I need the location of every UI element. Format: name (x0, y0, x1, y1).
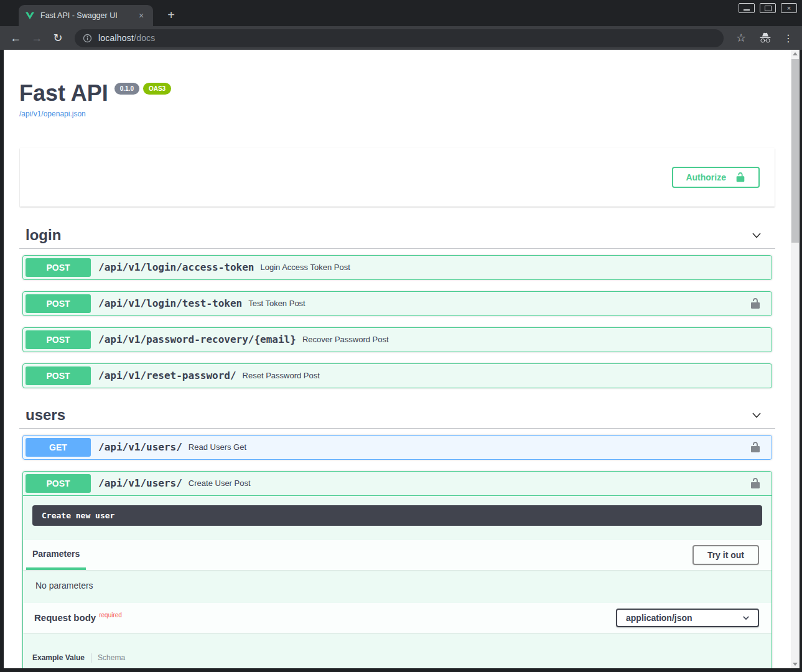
section-header-login[interactable]: login (19, 222, 775, 249)
operation-path: /api/v1/users/ (98, 477, 182, 489)
operation-summary-row[interactable]: POST /api/v1/reset-password/ Reset Passw… (23, 364, 772, 388)
window-close-icon: × (787, 5, 791, 12)
model-example: Example Value Schema { (23, 633, 772, 668)
operation-summary-row[interactable]: POST /api/v1/login/access-token Login Ac… (23, 256, 772, 279)
address-bar[interactable]: localhost/docs (75, 29, 724, 47)
operation-summary-row[interactable]: POST /api/v1/users/ Create User Post (23, 472, 772, 496)
operation-path: /api/v1/login/access-token (98, 261, 254, 273)
method-badge: POST (26, 294, 91, 313)
browser-window: Fast API - Swagger UI × + × ← → ↻ localh… (0, 0, 802, 672)
scroll-down-icon[interactable] (793, 663, 798, 666)
scrollbar-thumb[interactable] (791, 59, 799, 243)
unlock-icon[interactable] (749, 477, 762, 490)
unlock-icon[interactable] (749, 441, 762, 454)
select-chevron-down-icon (742, 614, 750, 622)
openapi-spec-link[interactable]: /api/v1/openapi.json (19, 110, 86, 118)
method-badge: POST (26, 474, 91, 493)
url-text: localhost/docs (98, 33, 156, 43)
tab-parameters[interactable]: Parameters (26, 540, 86, 570)
oas3-badge: OAS3 (143, 83, 171, 95)
operation-summary: Create User Post (189, 478, 749, 488)
toolbar-actions: ☆ ⋮ (732, 31, 796, 45)
request-body-header: Request bodyrequired application/json (23, 603, 772, 633)
new-tab-button[interactable]: + (163, 7, 179, 23)
unlock-icon[interactable] (749, 297, 762, 310)
info-icon[interactable] (83, 34, 92, 43)
chevron-down-icon[interactable] (750, 409, 763, 421)
operation-path: /api/v1/login/test-token (98, 297, 242, 309)
authorize-button[interactable]: Authorize (672, 167, 760, 188)
operation-path: /api/v1/password-recovery/{email} (98, 334, 296, 345)
url-path: /docs (134, 33, 155, 43)
operation-row: POST /api/v1/reset-password/ Reset Passw… (22, 363, 772, 388)
close-button[interactable]: × (781, 3, 797, 13)
tab-schema[interactable]: Schema (98, 653, 125, 662)
section-header-users[interactable]: users (19, 402, 775, 429)
browser-toolbar: ← → ↻ localhost/docs ☆ ⋮ (0, 26, 802, 50)
media-type-select[interactable]: application/json (616, 609, 759, 627)
tab-title: Fast API - Swagger UI (40, 11, 130, 20)
version-badge: 0.1.0 (114, 83, 139, 95)
operation-summary-row[interactable]: POST /api/v1/login/test-token Test Token… (23, 292, 772, 315)
operation-row: POST /api/v1/login/test-token Test Token… (22, 291, 772, 316)
content-area: Fast API 0.1.0 OAS3 /api/v1/openapi.json… (0, 50, 802, 672)
titlebar: Fast API - Swagger UI × + × (0, 0, 802, 26)
url-host: localhost (98, 33, 134, 43)
operation-row-expanded: POST /api/v1/users/ Create User Post Cre… (22, 471, 772, 668)
section-title: login (26, 226, 61, 244)
operation-summary: Test Token Post (248, 299, 749, 308)
method-badge: POST (26, 258, 91, 277)
swagger-favicon-icon (25, 11, 35, 21)
bookmark-star-icon[interactable]: ☆ (732, 31, 750, 45)
authorize-label: Authorize (686, 172, 726, 182)
unlock-icon (735, 172, 746, 183)
scheme-container: Authorize (20, 148, 775, 207)
scroll-up-icon[interactable] (793, 52, 798, 55)
scrollbar[interactable] (791, 50, 800, 668)
method-badge: POST (26, 330, 91, 349)
request-body-label: Request bodyrequired (34, 612, 122, 623)
required-label: required (99, 612, 122, 618)
try-it-out-button[interactable]: Try it out (692, 545, 759, 565)
operation-summary-row[interactable]: GET /api/v1/users/ Read Users Get (23, 436, 772, 459)
operation-row: POST /api/v1/password-recovery/{email} R… (22, 327, 772, 352)
back-icon[interactable]: ← (6, 29, 25, 47)
method-badge: GET (26, 438, 91, 457)
window-controls: × (739, 3, 797, 13)
chevron-down-icon[interactable] (750, 229, 763, 241)
section-users: users GET /api/v1/users/ Read Users Get (19, 402, 775, 668)
tab-separator (91, 653, 91, 663)
tab-close-icon[interactable]: × (136, 10, 147, 21)
forward-icon[interactable]: → (27, 29, 46, 47)
method-badge: POST (26, 366, 91, 385)
tab-example-value[interactable]: Example Value (32, 653, 85, 662)
section-title: users (26, 406, 65, 424)
parameters-header: Parameters Try it out (23, 540, 772, 570)
operation-summary: Login Access Token Post (260, 263, 769, 272)
minimize-button[interactable] (739, 3, 755, 13)
swagger-page: Fast API 0.1.0 OAS3 /api/v1/openapi.json… (4, 50, 791, 668)
example-tabs: Example Value Schema (32, 653, 762, 663)
page-title: Fast API 0.1.0 OAS3 (19, 81, 775, 106)
api-title-text: Fast API (19, 81, 108, 106)
operation-row: POST /api/v1/login/access-token Login Ac… (22, 255, 772, 280)
operation-description: Create new user (32, 505, 762, 526)
maximize-button[interactable] (760, 3, 776, 13)
operation-row: GET /api/v1/users/ Read Users Get (22, 435, 772, 460)
incognito-icon (756, 32, 775, 44)
operation-summary: Reset Password Post (243, 371, 769, 380)
operation-path: /api/v1/reset-password/ (98, 370, 236, 381)
menu-icon[interactable]: ⋮ (781, 32, 796, 44)
no-parameters-text: No parameters (35, 581, 759, 590)
api-info: Fast API 0.1.0 OAS3 /api/v1/openapi.json (19, 81, 775, 119)
operation-body: Create new user Parameters Try it out No… (23, 496, 772, 668)
reload-icon[interactable]: ↻ (49, 29, 67, 47)
operation-path: /api/v1/users/ (98, 441, 182, 453)
operation-summary: Read Users Get (189, 442, 749, 452)
request-body-label-text: Request body (34, 612, 96, 623)
operation-summary: Recover Password Post (302, 335, 769, 344)
media-type-value: application/json (626, 613, 692, 623)
section-login: login POST /api/v1/login/access-token Lo… (19, 222, 775, 388)
operation-summary-row[interactable]: POST /api/v1/password-recovery/{email} R… (23, 328, 772, 352)
browser-tab[interactable]: Fast API - Swagger UI × (19, 5, 153, 26)
